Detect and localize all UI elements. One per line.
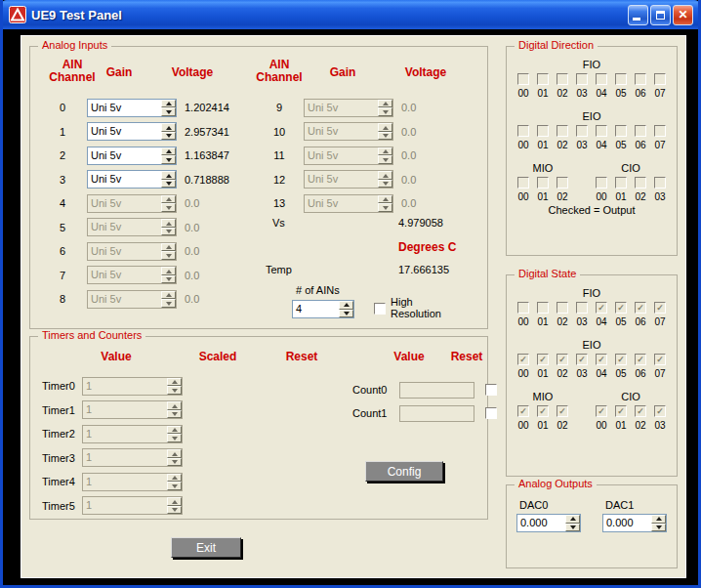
dio-bit-checkbox[interactable] [557,125,568,137]
dio-bit-checkbox[interactable] [615,73,627,85]
spinner-arrows[interactable] [161,100,176,116]
dio-bit-checkbox[interactable]: ✓ [596,302,607,314]
spin-up-button [167,378,182,387]
gain-spinner[interactable]: Uni 5v [87,122,177,141]
dio-bit-checkbox[interactable] [537,73,549,85]
dio-bit-checkbox[interactable] [635,177,646,189]
dio-bit-checkbox[interactable] [517,177,529,189]
dio-bit-checkbox[interactable]: ✓ [654,302,666,314]
dio-bit-checkbox[interactable] [517,302,529,314]
spin-up-button[interactable] [651,515,666,524]
dio-bit-checkbox[interactable]: ✓ [654,354,666,365]
spin-down-button [378,107,392,116]
dio-bit-checkbox[interactable] [596,177,607,189]
spin-down-button[interactable] [651,524,666,532]
arrow-up-icon [166,293,172,297]
spinner-arrows [378,100,392,116]
counter-reset-checkbox[interactable] [485,407,497,419]
config-button[interactable]: Config [365,461,443,482]
dio-bit-label: 05 [615,140,626,150]
dio-bit-checkbox[interactable]: ✓ [517,354,529,365]
dio-bit-checkbox[interactable] [576,73,588,85]
dio-bit-checkbox[interactable]: ✓ [615,405,627,417]
maximize-button[interactable] [650,5,671,25]
dio-bit-checkbox[interactable]: ✓ [596,354,607,365]
spin-down-button[interactable] [161,155,176,164]
dio-bit-checkbox[interactable] [615,177,627,189]
dio-bit: 02 [556,177,569,202]
spin-up-button[interactable] [161,100,176,108]
dio-bit-checkbox[interactable]: ✓ [537,405,549,417]
gain-spinner[interactable]: Uni 5v [87,99,177,117]
dio-bit-checkbox[interactable] [635,125,646,137]
dio-bit-checkbox[interactable] [654,177,666,189]
dac-spinner-value: 0.000 [517,515,565,531]
dio-bit-checkbox[interactable]: ✓ [635,302,646,314]
spin-down-button[interactable] [565,524,580,532]
dio-bit-checkbox[interactable]: ✓ [557,354,568,365]
spin-up-button [167,426,182,435]
spin-up-button[interactable] [565,515,580,524]
spin-up-button[interactable] [161,171,176,180]
spinner-arrows[interactable] [565,515,580,531]
spin-down-button[interactable] [161,132,176,141]
dio-bit-label: 00 [517,368,528,379]
dio-bit-checkbox[interactable]: ✓ [537,354,549,365]
dio-bit-checkbox[interactable] [596,73,607,85]
dio-bit-checkbox[interactable] [654,73,666,85]
gain-spinner[interactable]: Uni 5v [87,170,177,189]
close-button[interactable]: ✕ [673,5,693,25]
num-ains-spinner[interactable]: 4 [292,300,354,318]
dio-bit-label: 02 [557,368,567,379]
titlebar[interactable]: UE9 Test Panel ✕ [0,0,701,29]
spin-down-button[interactable] [161,107,176,116]
spin-up-button[interactable] [161,123,176,132]
num-ains-spinner[interactable]: 4 [292,299,354,318]
dio-bit-checkbox[interactable] [537,302,549,314]
spinner-arrows[interactable] [161,123,176,140]
high-resolution-checkbox[interactable] [374,303,386,315]
spinner-arrows[interactable] [339,301,353,317]
spinner-arrows[interactable] [651,515,666,531]
dio-bit-checkbox[interactable]: ✓ [654,405,666,417]
counter-reset-checkbox[interactable] [485,384,497,396]
dio-bit-checkbox[interactable] [615,125,627,137]
dio-group-title: FIO [516,287,667,302]
dac-spinner[interactable]: 0.000 [516,514,581,532]
exit-button[interactable]: Exit [171,537,241,558]
dio-bit-checkbox[interactable]: ✓ [576,354,588,365]
degrees-c-header: Degrees C [398,240,456,254]
dio-bit-checkbox[interactable]: ✓ [517,405,529,417]
spin-down-button[interactable] [339,310,353,318]
gain-spinner[interactable]: Uni 5v [87,147,177,165]
dio-bit-checkbox[interactable]: ✓ [635,354,646,365]
dio-bit-checkbox[interactable] [557,177,568,189]
ain-row: 4Uni 5v0.0 [38,191,272,216]
spinner-arrows[interactable] [161,147,176,164]
spin-down-button[interactable] [161,180,176,189]
dac-spinner[interactable]: 0.000 [602,514,667,532]
spin-down-button [167,410,182,419]
spinner-arrows[interactable] [161,171,176,188]
dio-bit-checkbox[interactable]: ✓ [596,405,607,417]
dio-bit-checkbox[interactable] [517,125,529,137]
dio-bit-checkbox[interactable] [576,125,588,137]
ain-channel-number: 8 [38,293,87,305]
dio-bit-checkbox[interactable] [635,73,646,85]
dio-bit-checkbox[interactable] [654,125,666,137]
dio-bit-checkbox[interactable] [557,302,568,314]
dio-bit-checkbox[interactable]: ✓ [635,405,646,417]
spin-up-button[interactable] [339,301,353,310]
dio-bit-checkbox[interactable] [537,177,549,189]
dio-bit-checkbox[interactable] [557,73,568,85]
dio-bit-checkbox[interactable]: ✓ [557,405,568,417]
dio-bit-checkbox[interactable] [596,125,607,137]
dio-bit-checkbox[interactable]: ✓ [615,302,627,314]
dio-bit-checkbox[interactable] [517,73,529,85]
spin-up-button[interactable] [161,147,176,156]
dio-bit-checkbox[interactable] [537,125,549,137]
dio-bit-label: 01 [615,420,626,431]
dio-bit-checkbox[interactable] [576,302,588,314]
dio-bit-checkbox[interactable]: ✓ [615,354,627,365]
minimize-button[interactable] [628,5,648,25]
